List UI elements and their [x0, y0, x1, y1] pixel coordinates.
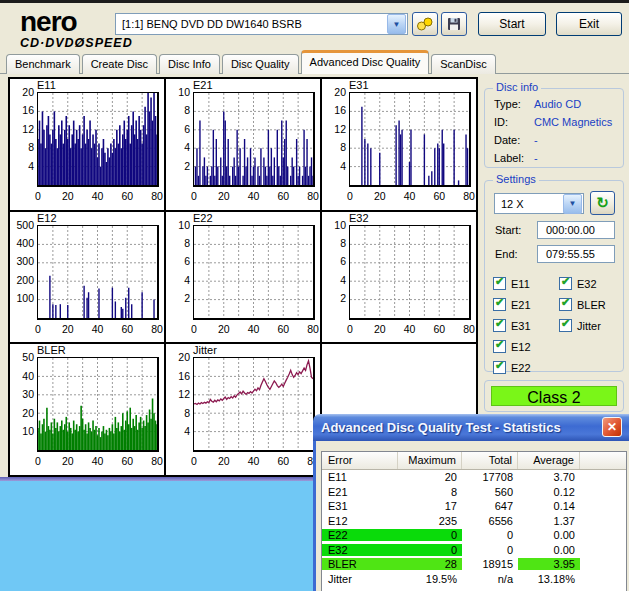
y-tick-label: 6 — [166, 123, 190, 135]
stats-cell: 0.14 — [518, 500, 580, 512]
x-tick-label: 60 — [121, 323, 133, 335]
check-icon: ✔ — [495, 338, 504, 351]
drive-select[interactable]: [1:1] BENQ DVD DD DW1640 BSRB ▼ — [115, 13, 408, 35]
tab-disc-quality[interactable]: Disc Quality — [222, 54, 299, 74]
y-tick-label: 10 — [166, 86, 190, 98]
checkbox-e22[interactable]: ✔E22 — [493, 357, 531, 378]
y-tick-label: 12 — [10, 123, 34, 135]
refresh-icon: ↻ — [596, 194, 609, 211]
chart-plot — [37, 225, 159, 320]
disc-info-row: ID:CMC Magnetics — [485, 113, 623, 131]
x-tick-label: 0 — [35, 323, 41, 335]
chart-title: E22 — [193, 212, 213, 224]
checkbox-label: BLER — [577, 299, 606, 311]
start-button[interactable]: Start — [478, 12, 546, 36]
disc-info-value: CMC Magnetics — [534, 116, 612, 128]
end-time-field[interactable]: 079:55.55 — [537, 245, 615, 263]
tab-disc-info[interactable]: Disc Info — [159, 54, 220, 74]
stats-cell: E32 — [322, 544, 398, 556]
save-button[interactable] — [441, 12, 467, 36]
stats-row-e22: E22000.00 — [322, 528, 626, 543]
column-header-error[interactable]: Error — [322, 452, 398, 469]
start-time-field[interactable]: 000:00.00 — [537, 221, 615, 239]
chevron-down-icon[interactable]: ▼ — [387, 14, 406, 34]
checkbox-box: ✔ — [493, 277, 506, 290]
column-header-maximum[interactable]: Maximum — [398, 452, 462, 469]
checkbox-jitter[interactable]: ✔Jitter — [559, 315, 606, 336]
checkbox-label: E31 — [511, 320, 531, 332]
checkbox-e11[interactable]: ✔E11 — [493, 273, 531, 294]
stats-row-e32: E32000.00 — [322, 543, 626, 558]
checkbox-label: Jitter — [577, 320, 601, 332]
stats-cell: 3.95 — [518, 558, 580, 570]
chart-title: BLER — [37, 344, 66, 356]
checkbox-box: ✔ — [559, 298, 572, 311]
check-icon: ✔ — [495, 359, 504, 372]
eject-button[interactable] — [412, 12, 438, 36]
x-tick-label: 40 — [248, 323, 260, 335]
disc-info-row: Type:Audio CD — [485, 95, 623, 113]
checkbox-e12[interactable]: ✔E12 — [493, 336, 531, 357]
y-tick-label: 4 — [166, 274, 190, 286]
column-header-average[interactable]: Average — [518, 452, 580, 469]
x-tick-label: 60 — [433, 323, 445, 335]
x-tick-label: 60 — [277, 190, 289, 202]
tab-advanced-disc-quality[interactable]: Advanced Disc Quality — [301, 50, 430, 74]
stats-cell: E12 — [322, 515, 398, 527]
close-button[interactable]: ✕ — [602, 417, 622, 437]
chart-e11: E1148121620020406080 — [10, 79, 164, 210]
chart-plot — [37, 92, 159, 187]
disc-info-label: Type: — [494, 98, 534, 110]
y-tick-label: 16 — [166, 370, 190, 382]
checkbox-e32[interactable]: ✔E32 — [559, 273, 606, 294]
chart-plot — [193, 92, 315, 187]
x-tick-label: 60 — [277, 455, 289, 467]
y-tick-label: 20 — [10, 86, 34, 98]
column-header-total[interactable]: Total — [462, 452, 518, 469]
stats-cell: 560 — [462, 486, 518, 498]
x-tick-label: 40 — [248, 455, 260, 467]
x-tick-label: 0 — [191, 323, 197, 335]
y-tick-label: 16 — [10, 104, 34, 116]
checkbox-box: ✔ — [559, 277, 572, 290]
y-tick-label: 40 — [10, 370, 34, 382]
tab-benchmark[interactable]: Benchmark — [6, 54, 80, 74]
chart-plot — [193, 357, 315, 452]
stats-cell: 20 — [398, 471, 462, 483]
x-tick-label: 20 — [218, 190, 230, 202]
refresh-button[interactable]: ↻ — [590, 191, 615, 215]
checkbox-column-left: ✔E11✔E21✔E31✔E12✔E22 — [493, 273, 531, 378]
chevron-down-icon[interactable]: ▼ — [563, 194, 582, 214]
check-icon: ✔ — [495, 317, 504, 330]
x-tick-label: 40 — [92, 455, 104, 467]
checkbox-e21[interactable]: ✔E21 — [493, 294, 531, 315]
popup-title-bar[interactable]: Advanced Disc Quality Test - Statistics … — [313, 414, 629, 441]
speed-select[interactable]: 12 X ▼ — [494, 193, 584, 214]
disc-info-value: - — [534, 134, 538, 146]
check-icon: ✔ — [495, 296, 504, 309]
exit-button[interactable]: Exit — [556, 12, 622, 36]
stats-cell: 17 — [398, 500, 462, 512]
y-tick-label: 2 — [322, 292, 346, 304]
tab-create-disc[interactable]: Create Disc — [82, 54, 157, 74]
x-tick-label: 80 — [151, 190, 163, 202]
y-tick-label: 6 — [322, 255, 346, 267]
checkbox-box: ✔ — [493, 319, 506, 332]
chart-jitter: Jitter48121620020406080 — [166, 344, 320, 475]
y-tick-label: 100 — [10, 292, 34, 304]
y-tick-label: 400 — [10, 237, 34, 249]
tab-scandisc[interactable]: ScanDisc — [431, 54, 495, 74]
y-tick-label: 4 — [166, 141, 190, 153]
y-tick-label: 8 — [166, 104, 190, 116]
check-icon: ✔ — [495, 275, 504, 288]
checkbox-e31[interactable]: ✔E31 — [493, 315, 531, 336]
checkbox-bler[interactable]: ✔BLER — [559, 294, 606, 315]
checkbox-column-right: ✔E32✔BLER✔Jitter — [559, 273, 606, 336]
y-tick-label: 10 — [322, 219, 346, 231]
eject-icon — [416, 17, 434, 31]
chart-e31: E3148121620020406080 — [322, 79, 476, 210]
stats-cell: 0.00 — [518, 529, 580, 541]
save-icon — [447, 17, 461, 31]
chart-e22: E22246810020406080 — [166, 212, 320, 343]
x-tick-label: 60 — [433, 190, 445, 202]
